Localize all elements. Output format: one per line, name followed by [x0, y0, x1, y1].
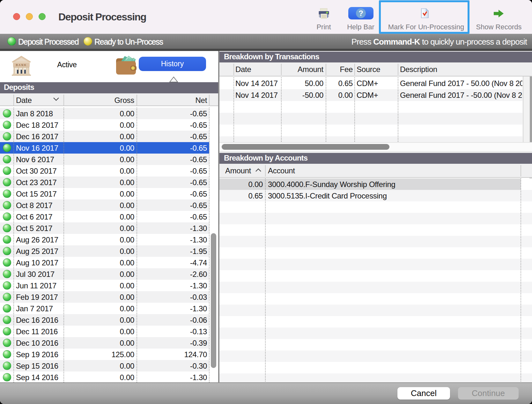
svg-text:BANK: BANK: [16, 63, 27, 67]
